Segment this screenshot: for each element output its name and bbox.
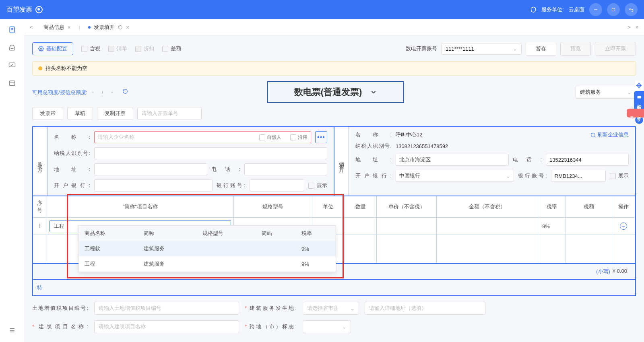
account-label: 数电开票账号 xyxy=(406,45,437,52)
refresh-seller-button[interactable]: 刷新企业信息 xyxy=(590,131,629,138)
buyer-taxid-input[interactable] xyxy=(94,147,327,159)
refresh-quota-button[interactable] xyxy=(122,89,128,94)
cell-qty[interactable] xyxy=(345,218,377,235)
preview-button: 预览 xyxy=(560,42,591,56)
svg-rect-1 xyxy=(612,8,615,11)
detail-addr-input[interactable]: 请输入详细地址（选填） xyxy=(365,302,485,315)
account-select[interactable]: 111****1111 ⌄ xyxy=(441,43,522,55)
service-unit-label: 服务单位: xyxy=(541,6,564,13)
cell-seq: 1 xyxy=(33,218,47,235)
seller-show-checkbox[interactable]: 展示 xyxy=(610,172,629,179)
chevron-down-icon: ⌄ xyxy=(513,46,517,52)
diff-label: 差额 xyxy=(171,45,181,52)
diff-checkbox[interactable]: 差额 xyxy=(162,45,181,52)
cell-rate[interactable]: 9% xyxy=(538,218,566,235)
warning-text: 抬头名称不能为空 xyxy=(45,65,87,72)
buyer-phone-input[interactable] xyxy=(244,163,327,175)
cross-city-label: *跨地（市）标志: xyxy=(245,323,297,330)
quota-label: 可用总额度/授信总额度: xyxy=(32,89,87,95)
lookup-buyer-button[interactable]: ••• xyxy=(315,131,327,143)
chevron-down-icon: ⌄ xyxy=(342,324,347,330)
shield-icon xyxy=(530,6,537,13)
maximize-button[interactable] xyxy=(607,3,620,16)
config-button[interactable]: 基础配置 xyxy=(32,42,73,55)
grid-header-row: 序号 "简称"项目名称 规格型号 单位 数量 单价（不含税） 金额（不含税） 税… xyxy=(33,196,635,218)
order-no-input[interactable]: 请输入开票单号 xyxy=(137,107,202,120)
seller-bank-input[interactable]: 中国银行⌄ xyxy=(396,170,514,182)
parties-section: 购买方 名称: 请输入企业名称 自然人 沿用 ••• xyxy=(33,127,635,196)
move-handle-icon[interactable]: ✥ xyxy=(635,80,643,91)
seller-name-label: 名称: xyxy=(355,131,392,138)
buyer-bankacct-input[interactable] xyxy=(250,179,304,192)
remove-row-button[interactable]: − xyxy=(620,223,627,230)
service-loc-select[interactable]: 请选择省市县⌄ xyxy=(303,302,359,315)
dropdown-option[interactable]: 工程 建筑服务 9% xyxy=(79,256,336,272)
col-spec: 规格型号 xyxy=(233,196,312,218)
seller-bankacct-label: 银行账号: xyxy=(518,172,547,179)
tab-invoice-fill[interactable]: 发票填开 × xyxy=(80,19,137,35)
cell-tax[interactable] xyxy=(566,218,612,235)
dropdown-option[interactable]: 工程款 建筑服务 9% xyxy=(79,241,336,256)
cross-city-select[interactable]: ⌄ xyxy=(303,320,351,333)
buyer-bank-input[interactable] xyxy=(94,179,213,192)
warning-icon xyxy=(38,66,42,70)
col-seq: 序号 xyxy=(33,196,47,218)
close-icon[interactable]: × xyxy=(126,24,129,31)
seller-name-value: 呼叫中心12 xyxy=(396,131,422,138)
tab-close-all[interactable]: × xyxy=(633,23,641,32)
col-price: 单价（不含税） xyxy=(377,196,437,218)
carry-over-checkbox[interactable]: 沿用 xyxy=(290,134,308,141)
discount-label: 折扣 xyxy=(144,45,154,52)
dh-code: 简码 xyxy=(256,226,296,241)
placeholder-text: 请输入企业名称 xyxy=(98,134,134,141)
cell-amount[interactable] xyxy=(437,218,538,235)
minimize-button[interactable] xyxy=(589,3,602,16)
buyer-name-label: 名称: xyxy=(54,134,90,141)
dh-short: 简称 xyxy=(138,226,197,241)
category-select[interactable]: 建筑服务 ⌄ xyxy=(576,86,636,99)
invoice-type-select[interactable]: 数电票(普通发票) xyxy=(267,81,404,103)
refresh-icon[interactable] xyxy=(118,25,123,30)
tax-included-checkbox[interactable]: 含税 xyxy=(81,45,100,52)
invoice-help-button[interactable]: 发票帮 xyxy=(32,107,63,120)
logo-icon xyxy=(35,6,43,13)
tab-prev[interactable]: < xyxy=(27,23,35,32)
proj-name-input[interactable]: 请输入建筑项目名称 xyxy=(94,320,239,333)
right-side-widgets: ✥ 数电登录&认证 未登录 › xyxy=(634,80,644,124)
invoice-icon[interactable] xyxy=(8,26,16,34)
item-autocomplete-dropdown: 商品名称 简称 规格型号 简码 税率 工程款 建筑服务 9% 工程 建筑服务 9… xyxy=(78,225,336,272)
seller-phone-label: 电话: xyxy=(513,156,542,163)
col-rate: 税率 xyxy=(538,196,566,218)
monitor-icon[interactable] xyxy=(8,61,16,69)
menu-icon[interactable] xyxy=(8,326,16,334)
seller-bankacct-input[interactable]: RMB1234... xyxy=(551,170,606,182)
app-name: 百望发票 xyxy=(6,6,32,14)
save-button[interactable]: 暂存 xyxy=(526,42,556,56)
side-tab-status[interactable]: 未登录 xyxy=(627,109,644,117)
buyer-name-input[interactable]: 请输入企业名称 自然人 沿用 xyxy=(94,131,311,143)
cell-price[interactable] xyxy=(377,218,437,235)
totals-value: ¥ 0.00 xyxy=(613,268,627,275)
seller-phone-input[interactable]: 13522316344 xyxy=(546,154,629,166)
buyer-address-input[interactable] xyxy=(94,163,207,175)
back-button[interactable] xyxy=(625,3,638,16)
close-icon[interactable]: × xyxy=(68,24,71,31)
archive-icon[interactable] xyxy=(8,79,16,87)
copy-invoice-button[interactable]: 复制开票 xyxy=(97,107,133,120)
buyer-bank-label: 开户银行: xyxy=(54,182,90,189)
draft-button[interactable]: 草稿 xyxy=(67,107,93,120)
natural-person-checkbox[interactable]: 自然人 xyxy=(259,134,281,141)
proj-code-input[interactable]: 请输入土地增值税项目编号 xyxy=(94,302,239,315)
chevron-down-icon: ⌄ xyxy=(506,173,510,179)
buyer-show-checkbox[interactable]: 展示 xyxy=(308,182,327,189)
inbox-icon[interactable] xyxy=(8,43,16,52)
buyer-bankacct-label: 银行账号: xyxy=(217,182,246,189)
discount-checkbox: 折扣 xyxy=(135,45,154,52)
refresh-icon xyxy=(122,89,128,94)
tab-next[interactable]: > xyxy=(625,23,633,32)
dh-name: 商品名称 xyxy=(79,226,138,241)
svg-rect-12 xyxy=(637,96,641,99)
warning-strip: 抬头名称不能为空 xyxy=(32,61,636,76)
seller-address-input[interactable]: 北京市海淀区 xyxy=(396,154,509,166)
tab-goods-info[interactable]: 商品信息 × xyxy=(35,19,79,35)
